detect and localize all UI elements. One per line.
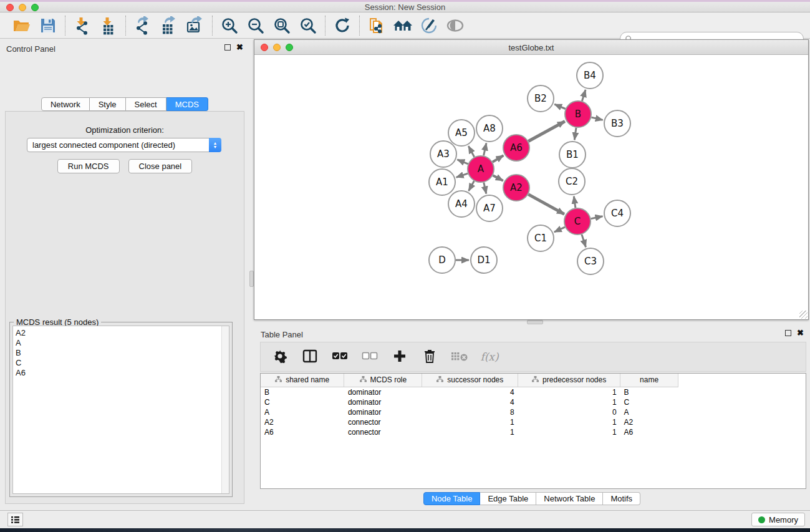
show-graphics-button[interactable] xyxy=(445,16,466,36)
column-header[interactable]: name xyxy=(620,374,678,387)
node-B4[interactable]: B4 xyxy=(577,62,603,89)
cell-successor_nodes[interactable]: 1 xyxy=(422,417,518,427)
node-A6[interactable]: A6 xyxy=(503,135,529,161)
edge-A-A2[interactable] xyxy=(493,175,503,181)
cell-predecessor_nodes[interactable]: 1 xyxy=(518,397,620,407)
tab-select[interactable]: Select xyxy=(126,97,166,111)
home-button[interactable] xyxy=(392,16,413,36)
edge-A-A1[interactable] xyxy=(456,173,468,177)
delete-column-button[interactable] xyxy=(422,347,438,366)
node-A1[interactable]: A1 xyxy=(429,169,455,195)
cell-mcds_role[interactable]: dominator xyxy=(344,397,422,407)
result-item[interactable]: C xyxy=(16,358,229,368)
node-C2[interactable]: C2 xyxy=(559,168,585,195)
node-B2[interactable]: B2 xyxy=(528,85,554,112)
node-B1[interactable]: B1 xyxy=(559,142,586,168)
edge-B-B3[interactable] xyxy=(591,117,602,120)
edge-C-C1[interactable] xyxy=(554,227,565,232)
node-A3[interactable]: A3 xyxy=(430,141,456,167)
node-A7[interactable]: A7 xyxy=(476,195,503,221)
tab-motifs[interactable]: Motifs xyxy=(603,492,640,505)
node-A8[interactable]: A8 xyxy=(476,115,503,142)
cell-shared_name[interactable]: C xyxy=(261,397,344,407)
import-network-button[interactable] xyxy=(72,16,93,36)
column-header[interactable]: shared name xyxy=(261,374,344,387)
add-column-button[interactable] xyxy=(392,347,408,366)
horizontal-splitter[interactable] xyxy=(254,320,810,324)
edge-C-C3[interactable] xyxy=(582,235,586,247)
optimization-criterion-dropdown[interactable]: largest connected component (directed) ▲… xyxy=(27,138,221,152)
select-all-button[interactable] xyxy=(332,347,348,366)
clone-network-button[interactable] xyxy=(366,16,387,36)
cell-shared_name[interactable]: A6 xyxy=(261,427,344,437)
cell-predecessor_nodes[interactable]: 1 xyxy=(518,387,620,397)
resize-grip-icon[interactable] xyxy=(799,311,808,319)
columns-button[interactable] xyxy=(302,347,318,366)
import-table-button[interactable] xyxy=(98,16,119,36)
memory-button[interactable]: Memory xyxy=(751,513,805,526)
result-item[interactable]: B xyxy=(16,348,229,358)
function-builder-button[interactable]: f(x) xyxy=(481,347,498,366)
column-header[interactable]: MCDS role xyxy=(344,374,422,387)
float-panel-icon[interactable] xyxy=(224,44,231,51)
network-canvas[interactable]: B4B2BB3A5A8A6A3B1AA1C2A2A4A7C4CC1DD1C3 xyxy=(254,55,808,319)
save-session-button[interactable] xyxy=(37,16,59,36)
node-D[interactable]: D xyxy=(429,247,455,273)
edge-C-C4[interactable] xyxy=(591,216,603,219)
cell-successor_nodes[interactable]: 4 xyxy=(422,397,518,407)
tab-mcds[interactable]: MCDS xyxy=(166,97,208,111)
table-row[interactable]: Bdominator41B xyxy=(261,387,678,397)
vertical-splitter[interactable] xyxy=(249,39,254,510)
tab-network[interactable]: Network xyxy=(41,97,90,111)
export-network-button[interactable] xyxy=(132,16,153,36)
export-image-button[interactable] xyxy=(185,16,206,36)
node-A5[interactable]: A5 xyxy=(448,120,475,146)
cell-name[interactable]: A6 xyxy=(620,427,678,437)
zoom-in-button[interactable] xyxy=(219,16,240,36)
result-item[interactable]: A6 xyxy=(16,368,229,378)
run-mcds-button[interactable]: Run MCDS xyxy=(57,159,120,173)
float-table-panel-icon[interactable] xyxy=(785,330,791,336)
edge-A-A8[interactable] xyxy=(484,143,486,156)
node-A2[interactable]: A2 xyxy=(503,175,529,201)
cell-successor_nodes[interactable]: 8 xyxy=(422,407,518,417)
cell-name[interactable]: A xyxy=(620,407,678,417)
cell-shared_name[interactable]: B xyxy=(261,387,344,397)
table-row[interactable]: Cdominator41C xyxy=(261,397,678,407)
cell-name[interactable]: B xyxy=(620,387,678,397)
cell-mcds_role[interactable]: dominator xyxy=(344,407,422,417)
node-C1[interactable]: C1 xyxy=(528,225,554,251)
cell-predecessor_nodes[interactable]: 1 xyxy=(518,427,620,437)
task-history-button[interactable] xyxy=(7,513,23,526)
tab-edge-table[interactable]: Edge Table xyxy=(480,492,536,505)
cell-successor_nodes[interactable]: 1 xyxy=(422,427,518,437)
deselect-all-button[interactable] xyxy=(362,347,378,366)
cell-name[interactable]: A2 xyxy=(620,417,678,427)
edge-A-A5[interactable] xyxy=(468,146,474,157)
vertical-splitter-handle[interactable] xyxy=(249,271,254,287)
node-A4[interactable]: A4 xyxy=(448,191,475,217)
cell-mcds_role[interactable]: dominator xyxy=(344,387,422,397)
column-header[interactable]: successor nodes xyxy=(422,374,518,387)
cell-predecessor_nodes[interactable]: 1 xyxy=(518,417,620,427)
refresh-button[interactable] xyxy=(332,16,353,36)
result-item[interactable]: A2 xyxy=(16,328,229,338)
node-B3[interactable]: B3 xyxy=(604,110,630,137)
horizontal-splitter-handle[interactable] xyxy=(527,320,543,324)
edge-B-B4[interactable] xyxy=(582,90,586,101)
delete-table-button[interactable] xyxy=(451,347,468,366)
edge-A-A3[interactable] xyxy=(457,160,468,164)
node-D1[interactable]: D1 xyxy=(471,247,497,273)
cell-predecessor_nodes[interactable]: 0 xyxy=(518,407,620,417)
close-panel-icon[interactable]: ✖ xyxy=(236,44,243,51)
node-C3[interactable]: C3 xyxy=(577,248,604,274)
close-panel-button[interactable]: Close panel xyxy=(128,159,193,173)
tab-node-table[interactable]: Node Table xyxy=(423,492,481,505)
result-list-scrollbar[interactable] xyxy=(221,326,229,493)
zoom-out-button[interactable] xyxy=(245,16,266,36)
edge-C-C2[interactable] xyxy=(574,196,576,208)
node-C4[interactable]: C4 xyxy=(604,200,630,226)
zoom-selected-button[interactable] xyxy=(297,16,319,36)
tab-network-table[interactable]: Network Table xyxy=(536,492,603,505)
zoom-fit-button[interactable] xyxy=(271,16,292,36)
